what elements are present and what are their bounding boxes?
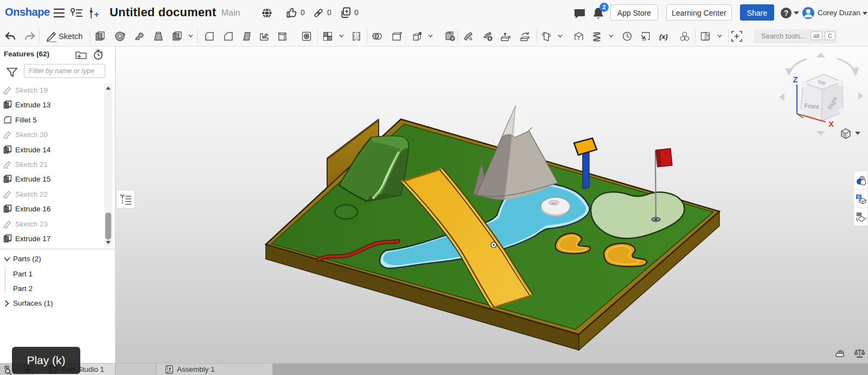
svg-text:Front: Front (804, 102, 819, 110)
svg-text:Top: Top (816, 79, 826, 86)
svg-text:Z: Z (793, 75, 797, 84)
svg-text:X: X (828, 119, 834, 128)
